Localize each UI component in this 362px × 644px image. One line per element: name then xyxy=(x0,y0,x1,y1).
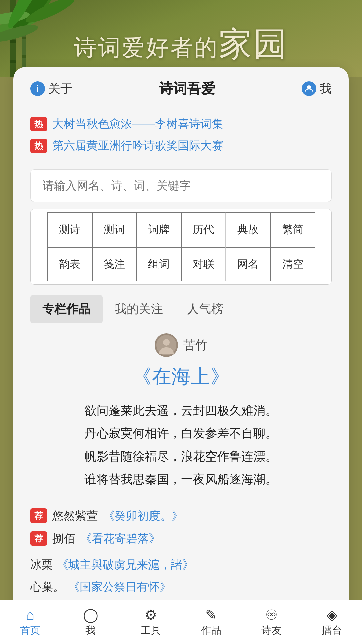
rec-item-2[interactable]: 荐 捌佰 《看花寄碧落》 xyxy=(30,531,332,546)
main-card: i 关于 诗词吾爱 我 热 大树当秋色愈浓——李树喜诗词集 热 第六届黄亚洲行吟… xyxy=(13,67,349,637)
nav-poets[interactable]: ♾ 诗友 xyxy=(241,600,302,644)
nav-me[interactable]: ◯ 我 xyxy=(60,600,121,644)
nav-works-label: 作品 xyxy=(201,624,221,637)
nav-tools[interactable]: ⚙ 工具 xyxy=(121,600,181,644)
btn-ci-pai[interactable]: 词牌 xyxy=(136,212,181,247)
works-icon: ✎ xyxy=(205,608,217,622)
nav-stage[interactable]: ◈ 擂台 xyxy=(302,600,362,644)
rec-link-1[interactable]: 《癸卯初度。》 xyxy=(103,508,183,524)
profile-button[interactable]: 我 xyxy=(302,80,332,97)
hot-items-section: 热 大树当秋色愈浓——李树喜诗词集 热 第六届黄亚洲行吟诗歌奖国际大赛 xyxy=(13,106,349,163)
list-link-2[interactable]: 《国家公祭日有怀》 xyxy=(68,579,171,595)
bottom-navigation: ⌂ 首页 ◯ 我 ⚙ 工具 ✎ 作品 ♾ 诗友 ◈ 擂台 xyxy=(0,600,362,644)
poem-author-row: 苦竹 xyxy=(30,333,332,357)
poem-title[interactable]: 《在海上》 xyxy=(30,364,332,390)
nav-home[interactable]: ⌂ 首页 xyxy=(0,600,60,644)
list-link-1[interactable]: 《城主與破虜兄来滬，諸》 xyxy=(57,557,194,573)
nav-bar: i 关于 诗词吾爱 我 xyxy=(13,67,349,106)
btn-dui-lian[interactable]: 对联 xyxy=(181,247,226,281)
rec-badge-1: 荐 xyxy=(30,508,47,523)
svg-point-17 xyxy=(163,339,170,346)
nav-home-label: 首页 xyxy=(20,624,40,637)
user-icon xyxy=(302,81,316,96)
hot-badge-2: 热 xyxy=(30,139,47,153)
poem-body: 欲问蓬莱此去遥，云封四极久难消。 丹心寂寞何相许，白发参差不自聊。 帆影昔随徐福… xyxy=(84,399,278,491)
list-item-1[interactable]: 冰栗 《城主與破虜兄来滬，諸》 xyxy=(30,557,332,573)
nav-poets-label: 诗友 xyxy=(261,624,282,637)
me-icon: ◯ xyxy=(83,608,98,622)
stage-icon: ◈ xyxy=(327,608,337,622)
btn-zu-ci[interactable]: 组词 xyxy=(136,247,181,281)
hero-title: 诗词爱好者的家园 xyxy=(0,22,362,67)
tab-featured-works[interactable]: 专栏作品 xyxy=(30,295,103,323)
nav-tools-label: 工具 xyxy=(141,624,161,637)
hot-badge-1: 热 xyxy=(30,117,47,131)
me-label: 我 xyxy=(320,80,332,97)
rec-author-1: 悠然紫萱 xyxy=(52,508,98,524)
btn-wang-ming[interactable]: 网名 xyxy=(226,247,270,281)
hot-item-2[interactable]: 热 第六届黄亚洲行吟诗歌奖国际大赛 xyxy=(30,138,332,153)
rec-item-1[interactable]: 荐 悠然紫萱 《癸卯初度。》 xyxy=(30,508,332,524)
list-author-1: 冰栗 xyxy=(30,557,53,573)
app-title: 诗词吾爱 xyxy=(159,79,215,98)
function-button-grid: 测诗 测词 词牌 历代 典故 繁简 韵表 笺注 组词 对联 网名 清空 xyxy=(30,209,332,285)
nav-stage-label: 擂台 xyxy=(322,624,342,637)
home-icon: ⌂ xyxy=(26,608,34,622)
info-icon: i xyxy=(30,81,45,96)
tab-row: 专栏作品 我的关注 人气榜 xyxy=(13,285,349,327)
poem-line-3: 帆影昔随徐福尽，浪花空作鲁连漂。 xyxy=(84,445,278,468)
nav-works[interactable]: ✎ 作品 xyxy=(181,600,241,644)
hot-item-1[interactable]: 热 大树当秋色愈浓——李树喜诗词集 xyxy=(30,116,332,132)
about-label: 关于 xyxy=(48,80,72,97)
poets-icon: ♾ xyxy=(265,608,278,622)
list-item-2[interactable]: 心巢。 《国家公祭日有怀》 xyxy=(30,579,332,595)
btn-jian-zhu[interactable]: 笺注 xyxy=(92,247,136,281)
list-author-2: 心巢。 xyxy=(30,579,64,595)
btn-dian-gu[interactable]: 典故 xyxy=(226,212,270,247)
tools-icon: ⚙ xyxy=(145,608,157,622)
hot-link-1[interactable]: 大树当秋色愈浓——李树喜诗词集 xyxy=(52,116,223,132)
rec-badge-2: 荐 xyxy=(30,531,47,546)
featured-poem-section: 苦竹 《在海上》 欲问蓬莱此去遥，云封四极久难消。 丹心寂寞何相许，白发参差不自… xyxy=(13,327,349,501)
search-area xyxy=(13,163,349,209)
poem-author-name: 苦竹 xyxy=(183,337,207,354)
poem-line-1: 欲问蓬莱此去遥，云封四极久难消。 xyxy=(84,399,278,422)
poem-line-2: 丹心寂寞何相许，白发参差不自聊。 xyxy=(84,422,278,445)
recommended-section: 荐 悠然紫萱 《癸卯初度。》 荐 捌佰 《看花寄碧落》 xyxy=(13,505,349,557)
hot-link-2[interactable]: 第六届黄亚洲行吟诗歌奖国际大赛 xyxy=(52,138,223,153)
btn-li-dai[interactable]: 历代 xyxy=(181,212,226,247)
btn-yun-biao[interactable]: 韵表 xyxy=(47,247,92,281)
btn-ce-shi[interactable]: 测诗 xyxy=(47,212,92,247)
search-input[interactable] xyxy=(30,169,332,202)
tab-my-follows[interactable]: 我的关注 xyxy=(103,295,175,323)
author-avatar xyxy=(155,333,178,357)
btn-fan-jian[interactable]: 繁简 xyxy=(270,212,315,247)
about-button[interactable]: i 关于 xyxy=(30,80,72,97)
hero-background: 诗词爱好者的家园 xyxy=(0,0,362,77)
rec-link-2[interactable]: 《看花寄碧落》 xyxy=(80,531,160,546)
tab-popularity[interactable]: 人气榜 xyxy=(175,295,235,323)
rec-author-2: 捌佰 xyxy=(52,531,75,546)
nav-me-label: 我 xyxy=(85,624,96,637)
btn-ce-ci[interactable]: 测词 xyxy=(92,212,136,247)
poem-line-4: 谁将替我思秦国，一夜风船逐海潮。 xyxy=(84,468,278,491)
btn-qing-kong[interactable]: 清空 xyxy=(270,247,315,281)
